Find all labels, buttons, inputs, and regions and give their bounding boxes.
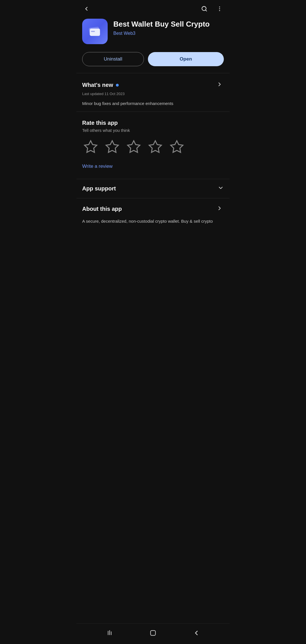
- stars-row: [82, 138, 224, 156]
- about-description: A secure, decentralized, non-custodial c…: [82, 218, 224, 224]
- action-buttons: Uninstall Open: [76, 50, 230, 73]
- whats-new-title-row: What's new: [82, 82, 119, 88]
- top-bar: [76, 0, 230, 16]
- about-section: About this app A secure, decentralized, …: [76, 198, 230, 229]
- about-title: About this app: [82, 206, 122, 212]
- app-icon-container: [82, 19, 108, 44]
- whats-new-title: What's new: [82, 82, 113, 88]
- rate-title: Rate this app: [82, 120, 224, 126]
- app-title-section: Best Wallet Buy Sell Crypto Best Web3: [113, 19, 224, 36]
- star-3-button[interactable]: [125, 138, 142, 156]
- more-options-button[interactable]: [215, 5, 224, 13]
- svg-rect-7: [91, 31, 95, 32]
- back-button[interactable]: [82, 5, 91, 13]
- svg-line-1: [205, 10, 207, 11]
- app-developer: Best Web3: [113, 31, 224, 36]
- svg-marker-12: [171, 141, 183, 152]
- app-header: Best Wallet Buy Sell Crypto Best Web3: [76, 16, 230, 50]
- svg-point-2: [219, 7, 220, 7]
- app-support-title: App support: [82, 185, 116, 192]
- svg-marker-10: [128, 141, 140, 152]
- svg-rect-6: [90, 29, 100, 36]
- whats-new-section: What's new Last updated 11 Oct 2023 Mino…: [76, 73, 230, 111]
- star-2-button[interactable]: [104, 138, 121, 156]
- update-description-text: Minor bug fixes and performance enhancem…: [82, 100, 224, 107]
- last-updated-text: Last updated 11 Oct 2023: [82, 92, 224, 96]
- svg-point-3: [219, 8, 220, 9]
- app-title: Best Wallet Buy Sell Crypto: [113, 20, 224, 29]
- search-button[interactable]: [200, 5, 209, 13]
- star-1-button[interactable]: [82, 138, 99, 156]
- top-bar-actions: [200, 5, 224, 13]
- write-review-button[interactable]: Write a review: [82, 162, 112, 171]
- svg-marker-9: [106, 141, 118, 152]
- chevron-down-icon: [218, 185, 224, 192]
- new-indicator-dot: [116, 84, 119, 87]
- app-icon: [82, 19, 108, 44]
- uninstall-button[interactable]: Uninstall: [82, 52, 144, 66]
- about-header-row: About this app: [82, 204, 224, 214]
- app-support-section[interactable]: App support: [76, 179, 230, 198]
- whats-new-arrow-button[interactable]: [215, 80, 224, 90]
- svg-marker-8: [84, 141, 97, 152]
- rate-section: Rate this app Tell others what you think: [76, 112, 230, 176]
- rate-subtitle: Tell others what you think: [82, 128, 224, 133]
- about-arrow-button[interactable]: [215, 204, 224, 214]
- star-4-button[interactable]: [147, 138, 164, 156]
- whats-new-header: What's new: [82, 80, 224, 90]
- svg-marker-11: [149, 141, 161, 152]
- star-5-button[interactable]: [168, 138, 185, 156]
- svg-point-4: [219, 10, 220, 11]
- open-button[interactable]: Open: [148, 52, 224, 66]
